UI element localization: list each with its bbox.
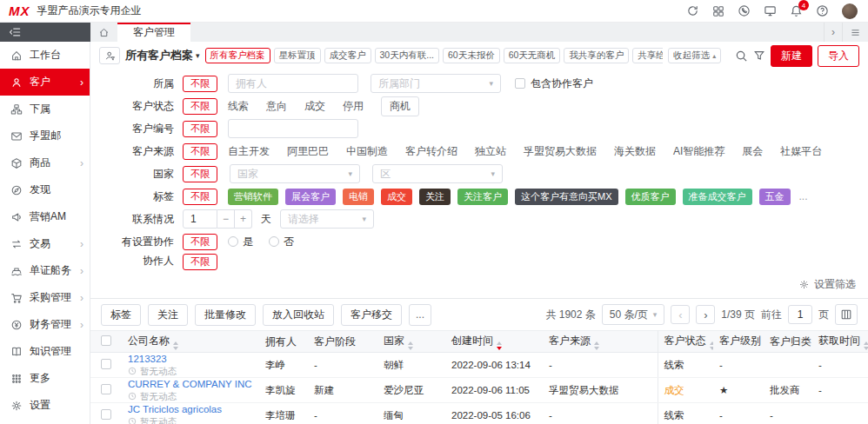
unlimited-chip[interactable]: 不限 <box>183 254 217 270</box>
whatsapp-icon[interactable] <box>738 4 751 17</box>
increment-button[interactable]: + <box>235 209 252 229</box>
bulk-action-button[interactable]: 客户移交 <box>341 304 402 326</box>
tag-chip[interactable]: 营销软件 <box>228 189 278 205</box>
tag-chip[interactable]: 优质客户 <box>625 189 676 205</box>
source-option[interactable]: 自主开发 <box>228 144 270 159</box>
company-link[interactable]: JC Triciclos agricolas <box>128 404 253 415</box>
quick-filter-chip[interactable]: 共享给我的... <box>632 48 663 63</box>
prev-page-button[interactable]: ‹ <box>671 305 690 324</box>
tab-list-icon[interactable] <box>842 23 868 42</box>
contact-days-input[interactable] <box>183 209 217 229</box>
tag-chip[interactable]: 关注客户 <box>457 189 508 205</box>
view-title[interactable]: 所有客户档案▾ <box>125 48 200 63</box>
tab-scroll-right-icon[interactable]: › <box>824 23 842 42</box>
source-option[interactable]: 海关数据 <box>614 144 656 159</box>
country-select[interactable]: 国家▾ <box>230 164 360 183</box>
tag-chip[interactable]: 准备成交客户 <box>683 189 752 205</box>
source-option[interactable]: 阿里巴巴 <box>287 144 329 159</box>
sidebar-item-home[interactable]: 工作台 <box>0 42 90 69</box>
column-header[interactable]: 客户来源 <box>543 331 658 353</box>
radio-no[interactable]: 否 <box>269 235 294 249</box>
bulk-action-button[interactable]: 放入回收站 <box>263 304 334 326</box>
sidebar-item-finance[interactable]: 财务管理› <box>0 311 90 338</box>
unlimited-chip[interactable]: 不限 <box>183 98 217 115</box>
sidebar-item-gear[interactable]: 设置 <box>0 392 90 419</box>
column-header[interactable]: 创建时间 <box>445 331 543 353</box>
sidebar-item-marketing[interactable]: 营销AM <box>0 203 90 230</box>
tab-customer-management[interactable]: 客户管理 <box>117 23 190 42</box>
help-icon[interactable] <box>816 4 829 17</box>
status-option[interactable]: 线索 <box>228 99 249 114</box>
refresh-icon[interactable] <box>686 4 699 17</box>
tag-chip[interactable]: 五金 <box>759 189 791 205</box>
unlimited-chip[interactable]: 不限 <box>183 143 217 160</box>
sidebar-item-mail[interactable]: 孚盟邮 <box>0 123 90 149</box>
unlimited-chip[interactable]: 不限 <box>183 234 217 250</box>
tag-chip[interactable]: 这个客户有意向买MX <box>515 189 618 205</box>
column-header[interactable]: 客户状态 <box>658 331 713 353</box>
contact-type-select[interactable]: 请选择▾ <box>280 209 374 229</box>
status-option[interactable]: 意向 <box>266 99 287 114</box>
more-actions-button[interactable]: ... <box>409 304 431 326</box>
bulk-action-button[interactable]: 批量修改 <box>195 304 256 326</box>
region-select[interactable]: 区▾ <box>372 164 503 183</box>
column-header[interactable]: 获取时间 <box>812 331 868 353</box>
more-tags-button[interactable]: ... <box>799 190 808 202</box>
filter-settings-button[interactable]: 设置筛选 <box>90 275 868 298</box>
row-checkbox[interactable] <box>101 409 111 420</box>
source-option[interactable]: AI智能推荐 <box>673 144 724 159</box>
include-collab-checkbox[interactable]: 包含协作客户 <box>515 76 593 91</box>
sort-icon[interactable] <box>173 341 178 350</box>
tag-chip[interactable]: 电销 <box>343 189 374 205</box>
owner-input[interactable] <box>228 74 358 93</box>
radio-yes[interactable]: 是 <box>228 235 253 249</box>
source-option[interactable]: 独立站 <box>475 144 506 159</box>
quick-filter-chip[interactable]: 60天未报价 <box>443 48 500 63</box>
column-header[interactable]: 公司名称 <box>122 331 259 353</box>
source-option[interactable]: 孚盟贸易大数据 <box>524 144 597 159</box>
sidebar-item-discover[interactable]: 发现 <box>0 176 90 203</box>
unlimited-chip[interactable]: 不限 <box>183 166 217 182</box>
apps-grid-icon[interactable] <box>712 5 724 17</box>
sidebar-collapse-button[interactable] <box>0 23 90 42</box>
status-option[interactable]: 成交 <box>304 99 325 114</box>
quick-filter-chip[interactable]: 所有客户档案 <box>205 48 270 63</box>
company-link[interactable]: 1213323 <box>128 354 253 365</box>
tag-chip[interactable]: 成交 <box>381 189 412 205</box>
home-icon[interactable] <box>90 23 117 42</box>
sort-icon[interactable] <box>710 341 714 350</box>
page-size-select[interactable]: 50 条/页▾ <box>602 304 665 325</box>
next-page-button[interactable]: › <box>696 305 715 324</box>
bulk-action-button[interactable]: 标签 <box>101 304 141 326</box>
department-select[interactable]: 所属部门▾ <box>371 74 501 93</box>
source-option[interactable]: 社媒平台 <box>780 144 822 159</box>
sidebar-item-product[interactable]: 商品› <box>0 149 90 176</box>
quick-filter-chip[interactable]: 成交客户 <box>324 48 371 63</box>
source-option[interactable]: 客户转介绍 <box>405 144 457 159</box>
unlimited-chip[interactable]: 不限 <box>183 76 217 92</box>
filter-icon[interactable] <box>753 50 765 62</box>
sort-icon[interactable] <box>864 341 868 350</box>
collapse-filter-button[interactable]: 收起筛选▴ <box>668 48 721 63</box>
sidebar-item-customer[interactable]: 客户› <box>0 69 90 96</box>
monitor-icon[interactable] <box>764 4 777 17</box>
status-option[interactable]: 商机 <box>381 96 419 116</box>
sidebar-item-more[interactable]: 更多 <box>0 365 90 392</box>
sidebar-item-subordinates[interactable]: 下属 <box>0 96 90 123</box>
status-option[interactable]: 停用 <box>343 99 364 114</box>
sidebar-item-knowledge[interactable]: 知识管理 <box>0 338 90 365</box>
quick-filter-chip[interactable]: 我共享的客户 <box>564 48 629 63</box>
decrement-button[interactable]: − <box>217 209 235 229</box>
import-button[interactable]: 导入 <box>818 45 859 67</box>
row-checkbox[interactable] <box>101 384 111 394</box>
goto-page-input[interactable] <box>788 305 812 324</box>
company-link[interactable]: CURREY & COMPANY INC <box>128 379 253 390</box>
quick-filter-chip[interactable]: 60天无商机 <box>504 48 561 63</box>
saved-filter-icon[interactable] <box>99 47 120 64</box>
avatar[interactable] <box>842 3 858 19</box>
tag-chip[interactable]: 展会客户 <box>285 189 336 205</box>
column-settings-icon[interactable] <box>835 304 858 325</box>
quick-filter-chip[interactable]: 星标置顶 <box>274 48 321 63</box>
column-header[interactable]: 客户级别 <box>713 331 764 353</box>
source-option[interactable]: 中国制造 <box>346 144 388 159</box>
